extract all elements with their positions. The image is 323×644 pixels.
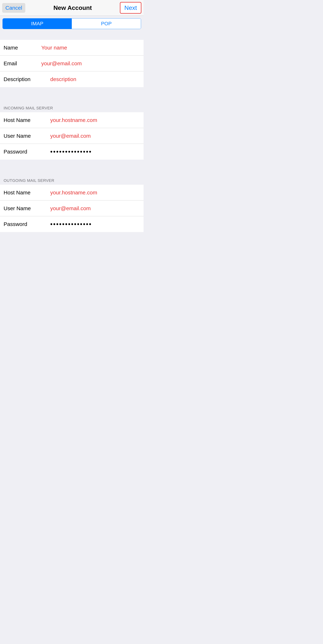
outgoing-hostname-row: Host Name your.hostname.com (0, 185, 144, 200)
nav-bar: Cancel New Account Next (0, 0, 144, 16)
outgoing-username-input[interactable]: your@email.com (50, 205, 140, 212)
incoming-server-label: INCOMING MAIL SERVER (4, 106, 53, 110)
account-fields-section: Name Your name Email your@email.com Desc… (0, 40, 144, 87)
cancel-button[interactable]: Cancel (2, 3, 25, 13)
outgoing-username-label: User Name (4, 205, 50, 212)
name-row: Name Your name (0, 40, 144, 56)
incoming-spacer (0, 87, 144, 98)
incoming-username-label: User Name (4, 133, 50, 139)
incoming-password-label: Password (4, 149, 50, 155)
email-row: Email your@email.com (0, 56, 144, 72)
incoming-server-header: INCOMING MAIL SERVER (0, 98, 144, 112)
description-label: Description (4, 76, 50, 82)
bottom-fill (0, 232, 144, 555)
outgoing-password-row: Password •••••••••••••• (0, 216, 144, 232)
incoming-hostname-row: Host Name your.hostname.com (0, 112, 144, 128)
incoming-username-input[interactable]: your@email.com (50, 133, 140, 139)
outgoing-hostname-input[interactable]: your.hostname.com (50, 190, 140, 196)
description-row: Description description (0, 72, 144, 87)
outgoing-server-label: OUTGOING MAIL SERVER (4, 178, 54, 183)
incoming-username-row: User Name your@email.com (0, 128, 144, 144)
email-input[interactable]: your@email.com (41, 60, 140, 66)
incoming-password-row: Password •••••••••••••• (0, 144, 144, 160)
outgoing-server-section: Host Name your.hostname.com User Name yo… (0, 185, 144, 232)
email-label: Email (4, 60, 41, 66)
top-spacer (0, 29, 144, 40)
incoming-hostname-label: Host Name (4, 117, 50, 123)
name-input[interactable]: Your name (41, 45, 140, 51)
incoming-server-section: Host Name your.hostname.com User Name yo… (0, 112, 144, 160)
protocol-segmented-control: IMAP POP (3, 18, 141, 29)
next-button[interactable]: Next (120, 2, 141, 14)
outgoing-username-row: User Name your@email.com (0, 200, 144, 216)
imap-tab[interactable]: IMAP (3, 18, 72, 29)
outgoing-password-label: Password (4, 221, 50, 227)
name-label: Name (4, 45, 41, 51)
description-input[interactable]: description (50, 76, 140, 82)
outgoing-hostname-label: Host Name (4, 190, 50, 196)
outgoing-server-header: OUTGOING MAIL SERVER (0, 170, 144, 185)
incoming-hostname-input[interactable]: your.hostname.com (50, 117, 140, 123)
outgoing-password-input[interactable]: •••••••••••••• (50, 220, 140, 228)
pop-tab[interactable]: POP (72, 18, 141, 29)
page-title: New Account (54, 4, 92, 11)
outgoing-spacer (0, 160, 144, 170)
incoming-password-input[interactable]: •••••••••••••• (50, 148, 140, 156)
